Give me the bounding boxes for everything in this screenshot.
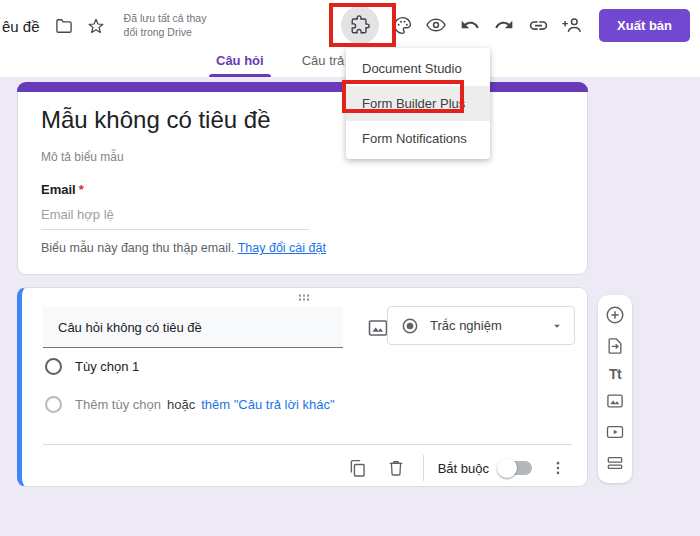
addons-button[interactable] xyxy=(341,6,379,44)
email-field-placeholder[interactable]: Email hợp lệ xyxy=(41,207,114,222)
section-icon xyxy=(605,453,625,473)
radio-icon xyxy=(45,358,62,375)
side-toolbar: Tt xyxy=(598,295,632,483)
add-other-answer-link[interactable]: thêm "Câu trả lời khác" xyxy=(201,397,334,412)
required-toggle[interactable] xyxy=(499,461,532,475)
star-button[interactable] xyxy=(84,14,108,38)
menu-item-form-builder-plus[interactable]: Form Builder Plus xyxy=(346,86,490,121)
undo-button[interactable] xyxy=(458,13,482,37)
question-type-dropdown[interactable]: Trắc nghiệm xyxy=(387,306,575,345)
question-footer-divider xyxy=(43,444,572,445)
question-type-selected: Trắc nghiệm xyxy=(430,318,502,333)
duplicate-question-button[interactable] xyxy=(346,456,370,480)
redo-icon xyxy=(494,15,514,35)
radio-placeholder-icon xyxy=(45,396,62,413)
chevron-down-icon xyxy=(550,319,564,333)
or-text: hoặc xyxy=(167,397,195,412)
kebab-menu-icon xyxy=(549,459,567,477)
drag-handle[interactable] xyxy=(299,294,311,302)
question-footer: Bắt buộc xyxy=(339,450,574,486)
eye-icon xyxy=(425,14,447,36)
import-questions-button[interactable] xyxy=(604,335,626,357)
preview-button[interactable] xyxy=(424,13,448,37)
toggle-knob xyxy=(497,458,517,478)
form-header-card: Mẫu không có tiêu đề Mô tả biểu mẫu Emai… xyxy=(17,82,588,275)
trash-icon xyxy=(386,458,406,478)
link-icon xyxy=(528,15,549,36)
image-icon xyxy=(605,391,625,411)
import-document-icon xyxy=(605,336,625,356)
folder-icon xyxy=(54,16,74,36)
addons-dropdown-menu: Document Studio Form Builder Plus Form N… xyxy=(346,48,490,159)
email-question-label: Email* xyxy=(41,182,84,197)
star-icon xyxy=(86,16,106,36)
form-description-placeholder[interactable]: Mô tả biểu mẫu xyxy=(41,150,124,164)
form-card-accent-bar xyxy=(17,82,588,92)
saved-status[interactable]: Đã lưu tất cả thay đổi trong Drive xyxy=(124,12,216,39)
add-section-button[interactable] xyxy=(604,452,626,474)
add-video-button[interactable] xyxy=(604,421,626,443)
add-option-button[interactable]: Thêm tùy chọn xyxy=(75,397,161,412)
undo-icon xyxy=(460,15,480,35)
menu-item-document-studio[interactable]: Document Studio xyxy=(346,51,490,86)
tab-questions[interactable]: Câu hỏi xyxy=(209,51,271,77)
option-1-label[interactable]: Tùy chọn 1 xyxy=(75,359,139,374)
radio-checked-icon xyxy=(400,316,420,336)
add-question-button[interactable] xyxy=(604,304,626,326)
topbar-actions: Xuất bản xyxy=(341,6,690,44)
move-to-folder-button[interactable] xyxy=(52,14,76,38)
puzzle-icon xyxy=(349,14,371,36)
option-row-1: Tùy chọn 1 xyxy=(45,358,139,375)
palette-icon xyxy=(392,15,413,36)
delete-question-button[interactable] xyxy=(384,456,408,480)
question-card: Câu hỏi không có tiêu đề Trắc nghiệm Tùy… xyxy=(17,287,588,487)
add-option-row: Thêm tùy chọn hoặc thêm "Câu trả lời khá… xyxy=(45,396,335,413)
video-icon xyxy=(605,422,625,442)
form-title-fragment[interactable]: êu đề xyxy=(2,18,40,35)
topbar-left: êu đề Đã lưu tất cả thay đổi trong Drive xyxy=(2,8,216,44)
email-field-underline xyxy=(41,229,309,230)
add-image-button[interactable] xyxy=(604,390,626,412)
question-more-options-button[interactable] xyxy=(549,456,567,480)
change-settings-link[interactable]: Thay đổi cài đặt xyxy=(238,241,326,255)
theme-button[interactable] xyxy=(390,13,414,37)
question-title-input[interactable]: Câu hỏi không có tiêu đề xyxy=(43,307,343,348)
google-forms-editor: êu đề Đã lưu tất cả thay đổi trong Drive xyxy=(0,0,700,536)
copy-icon xyxy=(347,458,368,479)
add-collaborators-button[interactable] xyxy=(560,13,584,37)
publish-button[interactable]: Xuất bản xyxy=(599,9,690,42)
redo-button[interactable] xyxy=(492,13,516,37)
add-circle-icon xyxy=(604,304,626,326)
required-asterisk: * xyxy=(79,182,84,197)
form-title[interactable]: Mẫu không có tiêu đề xyxy=(41,106,271,134)
required-toggle-label: Bắt buộc xyxy=(438,461,489,476)
person-add-icon xyxy=(561,14,583,36)
footer-divider xyxy=(423,455,424,481)
add-title-description-button[interactable]: Tt xyxy=(609,366,621,382)
collect-email-notice: Biểu mẫu này đang thu thập email. Thay đ… xyxy=(41,241,326,255)
copy-link-button[interactable] xyxy=(526,13,550,37)
menu-item-form-notifications[interactable]: Form Notifications xyxy=(346,121,490,156)
